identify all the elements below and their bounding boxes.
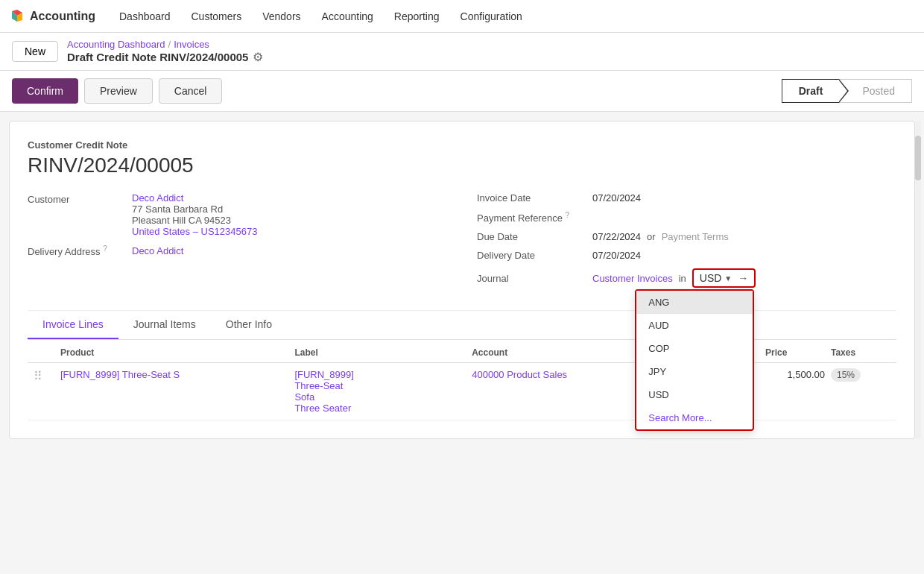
row-product[interactable]: [FURN_8999] Three-Seat S	[60, 369, 288, 380]
delivery-address-field: Delivery Address ? Deco Addict	[28, 245, 432, 257]
due-date-or: or	[647, 231, 656, 242]
due-date-label: Due Date	[477, 231, 592, 242]
nav-customers[interactable]: Customers	[183, 6, 251, 27]
tabs: Invoice Lines Journal Items Other Info	[28, 311, 896, 340]
delivery-address-value[interactable]: Deco Addict	[132, 245, 183, 256]
currency-navigate-icon[interactable]: →	[738, 272, 748, 284]
currency-selector[interactable]: USD ▼ → ANG AUD COP JPY USD Search More.…	[692, 268, 756, 288]
delivery-date-value[interactable]: 07/20/2024	[592, 250, 641, 261]
journal-value[interactable]: Customer Invoices	[592, 273, 673, 284]
status-flow: Draft Posted	[782, 79, 912, 103]
status-draft: Draft	[782, 79, 840, 103]
customer-address2: Pleasant Hill CA 94523	[132, 215, 432, 226]
currency-dropdown: ANG AUD COP JPY USD Search More...	[635, 289, 754, 431]
delivery-address-label: Delivery Address ?	[28, 245, 132, 257]
customer-field: Customer Deco Addict 77 Santa Barbara Rd…	[28, 192, 432, 237]
nav-vendors[interactable]: Vendors	[253, 6, 309, 27]
breadcrumb: Accounting Dashboard / Invoices Draft Cr…	[67, 39, 263, 64]
due-date-field: Due Date 07/22/2024 or Payment Terms	[477, 231, 896, 242]
currency-label: USD	[700, 272, 722, 284]
form-left: Customer Deco Addict 77 Santa Barbara Rd…	[28, 192, 462, 295]
row-taxes: 15%	[831, 369, 890, 380]
due-date-value[interactable]: 07/22/2024	[592, 231, 641, 242]
customer-country[interactable]: United States – US12345673	[132, 226, 432, 237]
customer-name[interactable]: Deco Addict	[132, 192, 432, 204]
new-button[interactable]: New	[12, 41, 58, 62]
invoice-date-field: Invoice Date 07/20/2024	[477, 192, 896, 204]
col-price-header: Price	[765, 347, 825, 358]
col-product-header: Product	[60, 347, 288, 358]
nav-reporting[interactable]: Reporting	[385, 6, 449, 27]
form-right: Invoice Date 07/20/2024 Payment Referenc…	[462, 192, 896, 295]
brand-name: Accounting	[30, 10, 95, 23]
currency-option-aud[interactable]: AUD	[636, 314, 753, 337]
currency-option-ang[interactable]: ANG	[636, 291, 753, 314]
payment-reference-input[interactable]	[592, 212, 712, 223]
payment-terms-value[interactable]: Payment Terms	[662, 231, 729, 242]
table-header: Product Label Account Quantity Uo... Pri…	[28, 343, 896, 363]
col-account-header: Account	[472, 347, 643, 358]
document-type-label: Customer Credit Note	[28, 139, 896, 151]
currency-option-cop[interactable]: COP	[636, 337, 753, 360]
form-container: Customer Credit Note RINV/2024/00005 Cus…	[9, 121, 915, 439]
brand: Accounting	[9, 8, 95, 25]
delivery-address-help: ?	[103, 245, 107, 253]
payment-reference-field: Payment Reference ?	[477, 211, 896, 224]
breadcrumb-parent[interactable]: Accounting Dashboard	[67, 39, 165, 50]
journal-label: Journal	[477, 273, 592, 284]
col-drag	[34, 347, 54, 358]
tab-other-info[interactable]: Other Info	[211, 311, 287, 339]
col-taxes-header: Taxes	[831, 347, 890, 358]
currency-option-jpy[interactable]: JPY	[636, 360, 753, 383]
cancel-button[interactable]: Cancel	[159, 78, 223, 104]
document-number: RINV/2024/00005	[28, 154, 896, 177]
tabs-container: Invoice Lines Journal Items Other Info P…	[28, 310, 896, 420]
action-bar: Confirm Preview Cancel Draft Posted	[0, 71, 924, 112]
top-nav: Accounting Dashboard Customers Vendors A…	[0, 0, 924, 33]
currency-search-more[interactable]: Search More...	[636, 406, 753, 429]
tab-invoice-lines[interactable]: Invoice Lines	[28, 311, 118, 339]
row-price: 1,500.00	[765, 369, 825, 380]
payment-reference-help: ?	[566, 211, 570, 219]
invoice-date-value[interactable]: 07/20/2024	[592, 192, 641, 204]
nav-dashboard[interactable]: Dashboard	[110, 6, 180, 27]
invoice-date-label: Invoice Date	[477, 192, 592, 204]
table-container: Product Label Account Quantity Uo... Pri…	[28, 343, 896, 420]
action-buttons: Confirm Preview Cancel	[12, 78, 222, 104]
customer-label: Customer	[28, 192, 132, 205]
journal-in-text: in	[679, 273, 686, 284]
confirm-button[interactable]: Confirm	[12, 78, 78, 104]
customer-address1: 77 Santa Barbara Rd	[132, 204, 432, 215]
breadcrumb-separator: /	[168, 39, 171, 50]
nav-accounting[interactable]: Accounting	[313, 6, 382, 27]
status-posted: Posted	[839, 79, 912, 103]
tax-badge: 15%	[831, 368, 861, 382]
col-label-header: Label	[294, 347, 466, 358]
customer-value: Deco Addict 77 Santa Barbara Rd Pleasant…	[132, 192, 432, 237]
currency-dropdown-arrow: ▼	[724, 274, 732, 283]
toolbar: New Accounting Dashboard / Invoices Draf…	[0, 33, 924, 71]
breadcrumb-child[interactable]: Invoices	[174, 39, 209, 50]
delivery-date-label: Delivery Date	[477, 250, 592, 261]
row-label: [FURN_8999] Three-Seat Sofa Three Seater	[294, 369, 466, 414]
delivery-date-field: Delivery Date 07/20/2024	[477, 250, 896, 261]
nav-configuration[interactable]: Configuration	[452, 6, 531, 27]
brand-icon	[9, 8, 25, 25]
settings-icon[interactable]: ⚙	[253, 50, 263, 64]
table-row: ⠿ [FURN_8999] Three-Seat S [FURN_8999] T…	[28, 363, 896, 420]
row-account[interactable]: 400000 Product Sales	[472, 369, 643, 380]
currency-option-usd[interactable]: USD	[636, 383, 753, 406]
page-title: Draft Credit Note RINV/2024/00005	[67, 51, 248, 63]
scrollbar-thumb[interactable]	[915, 136, 921, 180]
payment-reference-label: Payment Reference ?	[477, 211, 592, 224]
tab-journal-items[interactable]: Journal Items	[118, 311, 211, 339]
journal-field: Journal Customer Invoices in USD ▼ → ANG…	[477, 268, 896, 288]
scrollbar-track[interactable]	[915, 121, 921, 439]
row-drag-handle[interactable]: ⠿	[34, 369, 54, 383]
preview-button[interactable]: Preview	[84, 78, 153, 104]
